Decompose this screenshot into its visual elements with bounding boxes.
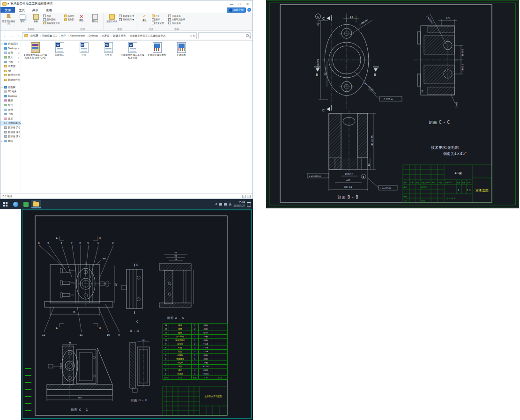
close-button[interactable]: ✕	[244, 1, 252, 7]
tab-share[interactable]: 共享	[29, 7, 42, 13]
bom-row: 6钻模板145钢	[163, 354, 228, 357]
select-none-button[interactable]: 全部取消选择	[168, 18, 185, 21]
dim-pin-span-2: 19±0.1	[461, 64, 464, 72]
copy-path-button[interactable]: 复制路径	[43, 18, 60, 21]
refresh-icon[interactable]: ↻	[193, 34, 195, 37]
taskbar-explorer-button[interactable]	[31, 200, 41, 208]
copy-to-button[interactable]: 复制到	[64, 18, 74, 21]
sidebar-quick-access[interactable]: ▾快速访问	[0, 42, 21, 46]
tab-home[interactable]: 主页	[15, 7, 29, 13]
sidebar-item-volume-d[interactable]: 新加卷 (D:)	[0, 125, 21, 130]
breadcrumb-item[interactable]: 用户	[59, 34, 67, 37]
sidebar-item-pictures[interactable]: 图片	[0, 103, 21, 108]
sidebar-item-downloads[interactable]: 下载∗	[0, 59, 21, 64]
sidebar-item-3d-objects[interactable]: 3D 对象	[0, 89, 21, 94]
volume-tray-icon[interactable]	[224, 203, 227, 206]
network-tray-icon[interactable]	[219, 203, 222, 206]
sidebar-item-folder[interactable]: 新建文件夹 (2)	[0, 78, 21, 82]
pin-quick-access-button[interactable]: 固定到快速访问	[2, 14, 15, 25]
file-item[interactable]: 任务	[72, 42, 96, 56]
sidebar-item-volume-e[interactable]: 新加卷 (E:)	[0, 130, 21, 134]
sidebar-network[interactable]: ▸网络	[0, 139, 21, 143]
breadcrumb-item[interactable]: 此电脑	[30, 34, 39, 37]
invert-selection-button[interactable]: 反向选择	[168, 22, 185, 24]
file-item[interactable]: 支承套夹具装配图	[145, 42, 169, 56]
breadcrumb-item[interactable]: 本地磁盘 (C:)	[40, 34, 58, 37]
address-box[interactable]: 此电脑 本地磁盘 (C:) 用户 Administrator Desktop 凡…	[22, 32, 197, 39]
minimize-button[interactable]: —	[228, 1, 236, 7]
sidebar-item-videos[interactable]: 视频	[0, 98, 21, 103]
maximize-button[interactable]: □	[236, 1, 244, 7]
notification-center-icon[interactable]	[247, 202, 251, 206]
sidebar-item-desktop[interactable]: Desktop∗	[0, 46, 21, 51]
cut-button[interactable]: 剪切	[43, 15, 60, 17]
sidebar-item-folder[interactable]: rar	[0, 69, 21, 74]
paste-shortcut-button[interactable]: 粘贴快捷方式	[43, 22, 60, 24]
address-dropdown-icon[interactable]: ▾	[190, 34, 192, 37]
taskbar-browser-button[interactable]	[11, 200, 20, 208]
tab-view[interactable]: 查看	[42, 7, 56, 13]
history-button[interactable]: 历史记录	[152, 22, 164, 24]
qat-customize-icon[interactable]: ▾	[7, 2, 9, 5]
sidebar-item-folder[interactable]: 凡赛源	[0, 64, 21, 69]
easy-access-button[interactable]: 轻松访问▾	[119, 18, 134, 21]
properties-button[interactable]: ✓ 属性	[138, 14, 151, 22]
dim-aa-1: 48	[174, 251, 177, 254]
sidebar-item-documents[interactable]: 文档∗	[0, 51, 21, 55]
sidebar-this-pc[interactable]: ▾此电脑	[0, 85, 21, 89]
file-item[interactable]: 支承套零件加工工艺编程及夹具	[121, 42, 144, 59]
sidebar-item-local-disk-c[interactable]: 本地磁盘 (C:)	[0, 121, 21, 125]
edit-button[interactable]: 编辑	[152, 18, 164, 21]
sidebar-item-desktop[interactable]: Desktop	[0, 94, 21, 99]
speed-upload-button[interactable]: 极速上传	[227, 7, 246, 13]
file-item[interactable]: 支承套零件加工工艺编程及夹具 论文+CAD	[23, 42, 47, 59]
new-folder-button[interactable]: 新建文件夹	[105, 14, 119, 22]
open-button[interactable]: 打开	[152, 15, 164, 17]
tab-file[interactable]: 文件	[0, 7, 15, 13]
start-button[interactable]	[0, 199, 10, 209]
tray-expand-icon[interactable]: ∧	[215, 202, 217, 206]
datum-b-label: B	[363, 176, 364, 178]
sidebar-item-volume-f[interactable]: 新加卷 (F:)	[0, 134, 21, 139]
bom-header-row: 序号名 称数量材 料备 注	[163, 376, 228, 380]
copy-icon	[20, 14, 25, 20]
breadcrumb-item[interactable]: 凡赛源	[99, 34, 110, 37]
thumbnail-view-toggle-icon[interactable]	[247, 195, 251, 198]
taskbar-clock[interactable]: 15:04 2021/7/27	[234, 201, 245, 207]
move-to-button[interactable]: 移动到	[64, 15, 74, 17]
sidebar-item-folder[interactable]: 新建文件夹	[0, 73, 21, 78]
breadcrumb-item[interactable]: 新建文件夹	[111, 34, 126, 37]
music-icon	[4, 118, 7, 120]
delete-button[interactable]: ✕ 删除	[74, 14, 88, 22]
help-icon[interactable]: ?	[247, 8, 251, 12]
select-all-button[interactable]: 全部选择	[168, 15, 185, 17]
copy-button[interactable]: 复制	[15, 14, 29, 22]
word-file-icon	[80, 42, 89, 53]
up-button[interactable]: ↑	[15, 33, 21, 38]
file-item[interactable]: 开题报告	[48, 42, 71, 56]
title-bar[interactable]: ▾ 支承套零件加工工艺编程及夹具 — □ ✕	[0, 0, 253, 7]
file-item[interactable]: 任务书	[97, 42, 120, 56]
paste-button[interactable]: 粘贴	[29, 14, 43, 22]
breadcrumb-item[interactable]: Desktop	[86, 34, 98, 37]
sidebar-item-music[interactable]: 音乐	[0, 117, 21, 121]
rename-button[interactable]: 重命名	[88, 14, 102, 22]
sidebar-item-pictures[interactable]: 图片∗	[0, 55, 21, 60]
search-input[interactable]	[198, 32, 251, 39]
new-item-button[interactable]: 新建项目▾	[119, 15, 134, 17]
group-label-organize: 组织	[62, 28, 104, 30]
breadcrumb-item[interactable]: Administrator	[67, 34, 85, 37]
ime-indicator[interactable]: 英	[229, 202, 232, 206]
list-view-toggle-icon[interactable]	[242, 195, 246, 198]
forward-button[interactable]: →	[9, 33, 14, 38]
group-label-clipboard: 剪贴板	[0, 28, 62, 30]
svg-text:2: 2	[112, 242, 114, 244]
sidebar-item-documents[interactable]: 文档	[0, 107, 21, 112]
file-item[interactable]: 支承套图	[170, 42, 193, 56]
dim-counter-bore: ø60	[346, 179, 350, 182]
sidebar-item-downloads[interactable]: 下载	[0, 112, 21, 117]
breadcrumb-item[interactable]: 支承套零件加工工艺编程及夹具	[127, 34, 166, 37]
taskbar-app-button[interactable]	[21, 200, 30, 208]
dim-cc-top: 75	[68, 342, 71, 344]
back-button[interactable]: ←	[2, 33, 7, 38]
